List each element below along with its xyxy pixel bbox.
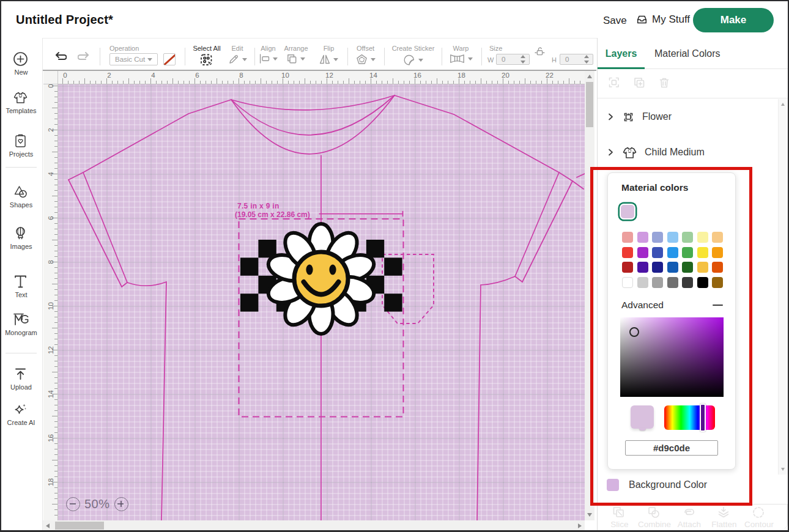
create-sticker-label[interactable]: Create Sticker <box>388 45 438 52</box>
save-button[interactable]: Save <box>603 15 627 27</box>
palette-swatch[interactable] <box>712 247 723 258</box>
create-sticker-button[interactable]: Create Sticker <box>388 39 438 66</box>
delete-layer-icon[interactable] <box>659 77 670 89</box>
palette-swatch[interactable] <box>652 262 663 273</box>
create-sticker-icon[interactable] <box>403 54 415 66</box>
my-stuff-button[interactable]: My Stuff <box>636 13 690 26</box>
edit-pencil-icon[interactable] <box>228 54 239 65</box>
palette-swatch[interactable] <box>682 247 693 258</box>
panel-scroll-down-icon[interactable] <box>781 468 785 471</box>
arrange-caret-icon[interactable] <box>300 57 305 61</box>
sidebar-item-templates[interactable]: Templates <box>0 90 42 114</box>
create-sticker-caret-icon[interactable] <box>418 59 423 62</box>
sidebar-item-upload[interactable]: Upload <box>0 366 42 391</box>
palette-swatch[interactable] <box>622 247 633 258</box>
palette-swatch[interactable] <box>682 232 693 243</box>
flip-caret-icon[interactable] <box>333 58 338 61</box>
align-caret-icon[interactable] <box>273 57 278 61</box>
hue-slider[interactable] <box>664 405 715 430</box>
hue-slider-handle[interactable] <box>700 404 706 432</box>
palette-swatch[interactable] <box>712 262 723 273</box>
palette-swatch[interactable] <box>637 277 648 288</box>
palette-swatch[interactable] <box>712 232 723 243</box>
sidebar-item-projects[interactable]: Projects <box>0 133 42 158</box>
palette-swatch[interactable] <box>652 247 663 258</box>
flip-label[interactable]: Flip <box>319 45 338 52</box>
sidebar-item-images[interactable]: Images <box>0 226 42 250</box>
redo-icon[interactable] <box>78 51 90 61</box>
align-label[interactable]: Align <box>256 45 281 52</box>
width-input[interactable]: 0 <box>496 54 530 65</box>
palette-swatch[interactable] <box>637 247 648 258</box>
panel-scroll-up-icon[interactable] <box>781 103 785 106</box>
offset-caret-icon[interactable] <box>371 58 376 61</box>
align-button[interactable]: Align <box>256 39 281 64</box>
chevron-right-icon[interactable] <box>607 149 614 156</box>
contour-button[interactable]: Contour <box>739 506 779 529</box>
edit-caret-icon[interactable] <box>242 58 247 61</box>
sidebar-item-new[interactable]: New <box>0 51 42 76</box>
selected-material-color-swatch[interactable] <box>621 205 634 218</box>
palette-swatch[interactable] <box>622 232 633 243</box>
canvas-horizontal-scrollbar[interactable] <box>43 520 585 531</box>
operation-color-swatch[interactable] <box>163 53 176 65</box>
scroll-down-icon[interactable] <box>587 513 592 517</box>
scroll-left-icon[interactable] <box>46 523 50 528</box>
canvas-mat[interactable]: 7.5 in x 9 in (19.05 cm x 22.86 cm) 50% <box>58 84 585 520</box>
edit-button[interactable]: Edit <box>225 39 250 65</box>
palette-swatch[interactable] <box>697 247 708 258</box>
arrange-button[interactable]: Arrange <box>281 39 311 64</box>
tab-layers[interactable]: Layers <box>598 38 645 69</box>
layer-row[interactable]: Child Medium <box>598 135 778 170</box>
scroll-up-icon[interactable] <box>587 75 592 78</box>
palette-swatch[interactable] <box>652 232 663 243</box>
select-all-label[interactable]: Select All <box>188 45 225 52</box>
gradient-cursor[interactable] <box>629 327 639 337</box>
height-input[interactable]: 0 <box>560 54 593 65</box>
palette-swatch[interactable] <box>667 247 678 258</box>
palette-swatch[interactable] <box>682 277 693 288</box>
warp-caret-icon[interactable] <box>468 57 473 61</box>
palette-swatch[interactable] <box>712 277 723 288</box>
background-color-row[interactable]: Background Color <box>607 479 707 491</box>
vertical-scroll-thumb[interactable] <box>586 82 593 127</box>
lock-open-icon[interactable] <box>535 46 545 56</box>
panel-scrollbar[interactable] <box>778 99 788 475</box>
operation-select[interactable]: Basic Cut <box>109 53 158 65</box>
palette-swatch[interactable] <box>637 262 648 273</box>
select-layers-icon[interactable] <box>609 77 620 89</box>
sidebar-item-shapes[interactable]: Shapes <box>0 184 42 209</box>
edit-label[interactable]: Edit <box>225 45 250 52</box>
collapse-advanced-icon[interactable] <box>713 305 723 306</box>
height-stepper[interactable] <box>584 55 591 64</box>
layer-row[interactable]: Flower <box>598 99 778 135</box>
duplicate-layer-icon[interactable] <box>634 77 645 89</box>
palette-swatch[interactable] <box>622 262 633 273</box>
zoom-out-button[interactable] <box>66 497 80 511</box>
horizontal-scroll-thumb[interactable] <box>55 522 104 530</box>
palette-swatch[interactable] <box>622 277 633 288</box>
offset-label[interactable]: Offset <box>353 45 378 52</box>
palette-swatch[interactable] <box>682 262 693 273</box>
undo-icon[interactable] <box>54 51 67 61</box>
warp-label[interactable]: Warp <box>451 45 470 52</box>
offset-icon[interactable] <box>356 54 368 65</box>
palette-swatch[interactable] <box>667 277 678 288</box>
palette-swatch[interactable] <box>697 262 708 273</box>
flip-icon[interactable] <box>319 54 330 65</box>
arrange-icon[interactable] <box>287 54 297 64</box>
zoom-in-button[interactable] <box>114 497 128 511</box>
offset-button[interactable]: Offset <box>353 39 378 65</box>
width-stepper[interactable] <box>520 55 527 64</box>
scroll-right-icon[interactable] <box>578 523 582 528</box>
warp-icon[interactable] <box>450 54 465 64</box>
background-color-swatch[interactable] <box>607 479 619 491</box>
arrange-label[interactable]: Arrange <box>281 45 311 52</box>
select-all-icon[interactable] <box>200 54 213 67</box>
select-all-button[interactable]: Select All <box>188 39 225 67</box>
hex-color-input[interactable]: #d9c0de <box>625 440 718 456</box>
align-icon[interactable] <box>259 54 270 64</box>
palette-swatch[interactable] <box>697 277 708 288</box>
palette-swatch[interactable] <box>667 232 678 243</box>
sidebar-item-text[interactable]: Text <box>0 274 42 298</box>
